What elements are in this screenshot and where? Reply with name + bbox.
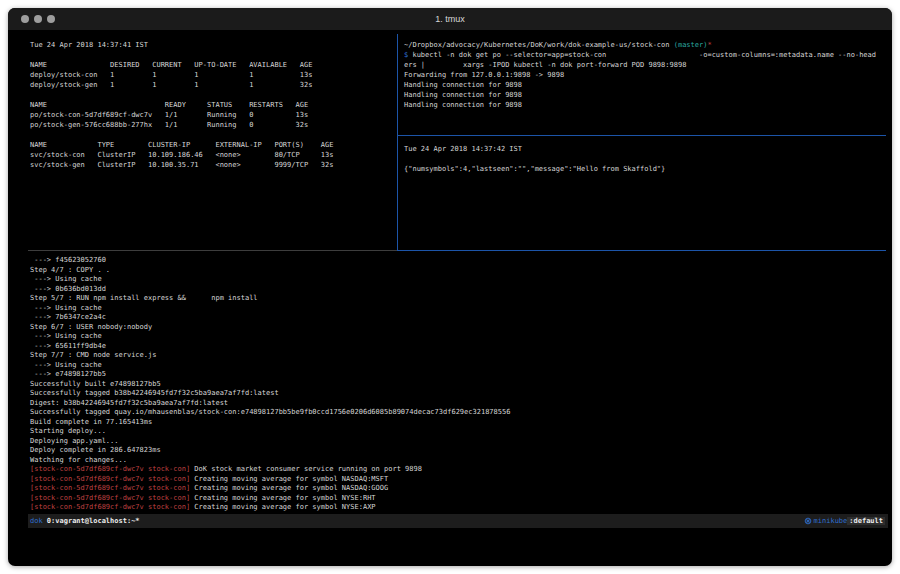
log-pod-tag: [stock-con-5d7df689cf-dwc7v stock-con] <box>30 494 190 502</box>
build-line: Step 4/7 : COPY . . <box>30 266 510 276</box>
log-line: [stock-con-5d7df689cf-dwc7v stock-con] D… <box>30 465 510 475</box>
build-line: Step 7/7 : CMD node service.js <box>30 351 510 361</box>
build-line: Successfully built e74898127bb5 <box>30 380 510 390</box>
timestamp-line: Tue 24 Apr 2018 14:37:41 IST <box>30 40 333 50</box>
build-line: Starting deploy... <box>30 427 510 437</box>
service-row: svc/stock-gen ClusterIP 10.100.35.71 <no… <box>30 160 333 170</box>
pods-header: NAME READY STATUS RESTARTS AGE <box>30 100 333 110</box>
service-row: svc/stock-con ClusterIP 10.109.186.46 <n… <box>30 150 333 160</box>
deployment-row: deploy/stock-con 1 1 1 1 13s <box>30 70 333 80</box>
git-dirty-flag: * <box>707 41 711 49</box>
log-message: DoK stock market consumer service runnin… <box>190 465 422 473</box>
window-item-current[interactable]: 0:vagrant@localhost:~* <box>43 517 140 525</box>
handling-line: Handling connection for 9898 <box>404 100 876 110</box>
log-pod-tag: [stock-con-5d7df689cf-dwc7v stock-con] <box>30 475 190 483</box>
status-bar-right: minikube:default <box>804 517 885 525</box>
pane-port-forward[interactable]: ~/Dropbox/advocacy/Kubernetes/DoK/work/d… <box>404 40 876 110</box>
deployments-header: NAME DESIRED CURRENT UP-TO-DATE AVAILABL… <box>30 60 333 70</box>
command-wrap-line: ers | xargs -IPOD kubectl -n dok port-fo… <box>404 60 876 70</box>
build-line: ---> Using cache <box>30 361 510 371</box>
build-line: ---> Using cache <box>30 332 510 342</box>
terminal-line <box>30 130 333 140</box>
log-message: Creating moving average for symbol NASDA… <box>190 475 388 483</box>
build-line: ---> 0b636bd013dd <box>30 285 510 295</box>
build-line: Watching for changes... <box>30 456 510 466</box>
kubernetes-wheel-icon <box>804 517 812 525</box>
json-output-line: {"numsymbols":4,"lastseen":"","message":… <box>404 164 665 174</box>
handling-line: Handling connection for 9898 <box>404 90 876 100</box>
log-pod-tag: [stock-con-5d7df689cf-dwc7v stock-con] <box>30 465 190 473</box>
log-pod-tag: [stock-con-5d7df689cf-dwc7v stock-con] <box>30 503 190 511</box>
services-header: NAME TYPE CLUSTER-IP EXTERNAL-IP PORT(S)… <box>30 140 333 150</box>
build-line: ---> e74898127bb5 <box>30 370 510 380</box>
log-line: [stock-con-5d7df689cf-dwc7v stock-con] C… <box>30 503 510 513</box>
build-line: ---> f45623052760 <box>30 256 510 266</box>
handling-line: Handling connection for 9898 <box>404 80 876 90</box>
pane-divider-bottom-left[interactable] <box>28 250 397 251</box>
tmux-status-bar: dok 0:vagrant@localhost:~* minikube:defa… <box>28 514 888 528</box>
timestamp-line: Tue 24 Apr 2018 14:37:42 IST <box>404 144 665 154</box>
pane-build-log[interactable]: ---> f45623052760 Step 4/7 : COPY . . --… <box>30 256 510 513</box>
build-line: Digest: b38b42246945fd7f32c5ba9aea7af7fd… <box>30 399 510 409</box>
build-line: Build complete in 77.165413ms <box>30 418 510 428</box>
pod-row: po/stock-con-5d7df689cf-dwc7v 1/1 Runnin… <box>30 110 333 120</box>
log-pod-tag: [stock-con-5d7df689cf-dwc7v stock-con] <box>30 484 190 492</box>
build-line: ---> Using cache <box>30 275 510 285</box>
terminal-line <box>30 90 333 100</box>
pane-divider-bottom-right[interactable] <box>397 250 886 251</box>
terminal-window: 1. tmux Tue 24 Apr 2018 14:37:41 IST NAM… <box>8 8 892 566</box>
kube-context: minikube <box>814 517 848 525</box>
titlebar[interactable]: 1. tmux <box>8 8 892 30</box>
pane-kubectl-watch[interactable]: Tue 24 Apr 2018 14:37:41 IST NAME DESIRE… <box>30 40 333 170</box>
build-line: ---> 7b6347ce2a4c <box>30 313 510 323</box>
command-line: $ kubectl -n dok get po --selector=app=s… <box>404 50 876 60</box>
window-title: 1. tmux <box>8 8 892 30</box>
build-line: Step 5/7 : RUN npm install express && np… <box>30 294 510 304</box>
log-message: Creating moving average for symbol NYSE:… <box>190 503 375 511</box>
pod-row: po/stock-gen-576cc688bb-277hx 1/1 Runnin… <box>30 120 333 130</box>
terminal-content: Tue 24 Apr 2018 14:37:41 IST NAME DESIRE… <box>8 30 892 566</box>
deployment-row: deploy/stock-gen 1 1 1 1 32s <box>30 80 333 90</box>
build-line: Deploying app.yaml... <box>30 437 510 447</box>
build-line: Step 6/7 : USER nobody:nobody <box>30 323 510 333</box>
session-name: dok <box>30 517 43 525</box>
build-line: Successfully tagged b38b42246945fd7f32c5… <box>30 389 510 399</box>
build-line: Deploy complete in 286.647823ms <box>30 446 510 456</box>
cwd-path: ~/Dropbox/advocacy/Kubernetes/DoK/work/d… <box>404 41 674 49</box>
build-line: ---> 65611ff9db4e <box>30 342 510 352</box>
log-line: [stock-con-5d7df689cf-dwc7v stock-con] C… <box>30 484 510 494</box>
log-message: Creating moving average for symbol NASDA… <box>190 484 388 492</box>
status-bar-left: dok 0:vagrant@localhost:~* <box>30 517 140 525</box>
forwarding-line: Forwarding from 127.0.0.1:9898 -> 9898 <box>404 70 876 80</box>
log-line: [stock-con-5d7df689cf-dwc7v stock-con] C… <box>30 475 510 485</box>
log-message: Creating moving average for symbol NYSE:… <box>190 494 375 502</box>
log-line: [stock-con-5d7df689cf-dwc7v stock-con] C… <box>30 494 510 504</box>
kube-namespace: :default <box>847 517 885 525</box>
pane-divider-horizontal-right[interactable] <box>397 135 886 136</box>
pane-divider-vertical[interactable] <box>397 34 398 250</box>
build-line: Successfully tagged quay.io/mhausenblas/… <box>30 408 510 418</box>
desktop-background: 1. tmux Tue 24 Apr 2018 14:37:41 IST NAM… <box>0 0 900 574</box>
git-prompt-line: ~/Dropbox/advocacy/Kubernetes/DoK/work/d… <box>404 40 876 50</box>
git-branch: (master) <box>674 41 708 49</box>
pane-skaffold-output[interactable]: Tue 24 Apr 2018 14:37:42 IST {"numsymbol… <box>404 144 665 174</box>
terminal-line <box>30 50 333 60</box>
terminal-line <box>404 154 665 164</box>
command-text: kubectl -n dok get po --selector=app=sto… <box>408 51 876 59</box>
build-line: ---> Using cache <box>30 304 510 314</box>
